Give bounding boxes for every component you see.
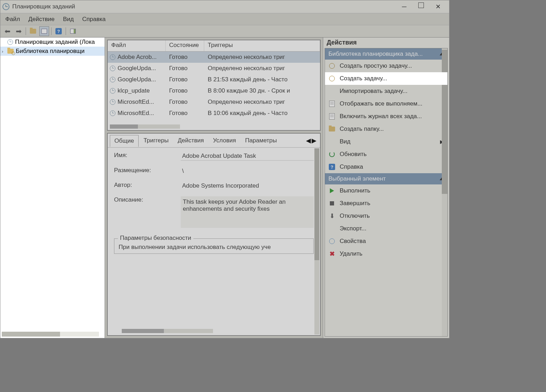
tab-actions[interactable]: Действия bbox=[173, 135, 208, 146]
tab-general[interactable]: Общие bbox=[110, 135, 139, 147]
actions-selected-header[interactable]: Выбранный элемент bbox=[325, 173, 447, 184]
close-button[interactable]: ✕ bbox=[434, 2, 442, 11]
refresh-icon bbox=[328, 151, 335, 158]
task-state: Готово bbox=[166, 65, 204, 72]
actions-selected-header-label: Выбранный элемент bbox=[328, 175, 386, 182]
task-row[interactable]: MicrosoftEd...ГотовоОпределено несколько… bbox=[108, 96, 320, 108]
minimize-button[interactable]: ─ bbox=[400, 2, 408, 11]
detail-pane: Общие Триггеры Действия Условия Параметр… bbox=[107, 133, 321, 336]
action-item[interactable]: Создать папку... bbox=[325, 123, 447, 135]
tab-triggers[interactable]: Триггеры bbox=[139, 135, 173, 146]
action-item[interactable]: Вид▶ bbox=[325, 135, 447, 148]
actions-pane-button[interactable] bbox=[68, 26, 78, 36]
maximize-button[interactable] bbox=[418, 2, 424, 8]
nav-back-button[interactable]: ⬅ bbox=[2, 26, 12, 36]
menu-help[interactable]: Справка bbox=[82, 16, 106, 23]
actions-vscrollbar[interactable] bbox=[442, 48, 447, 336]
blank-icon bbox=[328, 225, 335, 232]
detail-vscrollbar[interactable] bbox=[314, 148, 319, 334]
task-row[interactable]: GoogleUpda...ГотовоВ 21:53 каждый день -… bbox=[108, 74, 320, 85]
menu-file[interactable]: Файл bbox=[5, 16, 20, 23]
action-item[interactable]: ⬇Отключить bbox=[325, 210, 447, 222]
menu-view[interactable]: Вид bbox=[63, 16, 74, 23]
folder-icon bbox=[328, 126, 335, 133]
security-group: Параметры безопасности При выполнении за… bbox=[114, 238, 314, 254]
col-triggers-header[interactable]: Триггеры bbox=[204, 40, 320, 51]
action-item[interactable]: Отображать все выполняем... bbox=[325, 97, 447, 110]
action-item[interactable]: Выполнить bbox=[325, 184, 447, 197]
detail-hscrollbar[interactable] bbox=[122, 329, 213, 333]
task-name: MicrosoftEd... bbox=[118, 99, 154, 106]
tree-root[interactable]: Планировщик заданий (Лока bbox=[0, 38, 105, 47]
action-label: Отображать все выполняем... bbox=[340, 100, 422, 107]
action-item[interactable]: Включить журнал всех зада... bbox=[325, 110, 447, 123]
tree-root-label: Планировщик заданий (Лока bbox=[15, 39, 95, 46]
label-location: Размещение: bbox=[114, 167, 181, 175]
action-item[interactable]: Создать простую задачу... bbox=[325, 60, 447, 72]
task-name: MicrosoftEd... bbox=[118, 110, 154, 117]
task-row[interactable]: Adobe Acrob...ГотовоОпределено несколько… bbox=[108, 52, 320, 63]
action-label: Вид bbox=[340, 138, 351, 145]
help-toolbar-button[interactable]: ? bbox=[54, 26, 64, 36]
security-text: При выполнении задачи использовать следу… bbox=[119, 244, 309, 251]
action-label: Завершить bbox=[340, 200, 370, 207]
task-row[interactable]: klcp_updateГотовоВ 8:00 каждые 30 дн. - … bbox=[108, 85, 320, 96]
task-state: Готово bbox=[166, 110, 204, 117]
task-list: Файл Состояние Триггеры Adobe Acrob...Го… bbox=[107, 40, 321, 131]
titlebar: Планировщик заданий ─ ✕ bbox=[0, 0, 449, 13]
action-label: Выполнить bbox=[340, 187, 370, 194]
menu-action[interactable]: Действие bbox=[28, 16, 55, 23]
action-item[interactable]: ✖Удалить bbox=[325, 248, 447, 260]
action-label: Создать папку... bbox=[340, 126, 384, 133]
tab-settings[interactable]: Параметры bbox=[241, 135, 281, 146]
console-tree-button[interactable] bbox=[39, 26, 49, 36]
task-state: Готово bbox=[166, 76, 204, 83]
tree-hscrollbar[interactable] bbox=[2, 332, 99, 337]
tab-scroll-right-icon[interactable]: ▶ bbox=[312, 137, 317, 144]
task-state: Готово bbox=[166, 99, 204, 106]
col-file-header[interactable]: Файл bbox=[108, 40, 166, 51]
tasklist-hscrollbar[interactable] bbox=[110, 124, 180, 129]
action-label: Удалить bbox=[340, 250, 362, 257]
value-description: This task keeps your Adobe Reader an enh… bbox=[181, 196, 314, 228]
value-author: Adobe Systems Incorporated bbox=[181, 182, 314, 190]
action-item[interactable]: Создать задачу... bbox=[325, 72, 447, 85]
col-state-header[interactable]: Состояние bbox=[166, 40, 204, 51]
action-label: Импортировать задачу... bbox=[340, 88, 407, 95]
security-legend: Параметры безопасности bbox=[118, 235, 193, 242]
action-item[interactable]: Свойства bbox=[325, 235, 447, 248]
task-row[interactable]: GoogleUpda...ГотовоОпределено несколько … bbox=[108, 63, 320, 74]
nav-forward-button[interactable]: ➡ bbox=[14, 26, 24, 36]
task-row[interactable]: MicrosoftEd...ГотовоВ 10:06 каждый день … bbox=[108, 108, 320, 119]
clock-icon bbox=[110, 88, 115, 94]
tree-library[interactable]: › Библиотека планировщи bbox=[0, 47, 105, 56]
action-item[interactable]: Завершить bbox=[325, 197, 447, 210]
clock-icon bbox=[7, 39, 13, 45]
action-item[interactable]: Импортировать задачу... bbox=[325, 85, 447, 97]
play-icon bbox=[328, 187, 335, 194]
task-name: GoogleUpda... bbox=[118, 65, 156, 72]
clock-icon bbox=[110, 110, 115, 116]
clock-icon bbox=[110, 77, 115, 82]
clock-icon bbox=[328, 238, 335, 245]
action-label: Создать задачу... bbox=[340, 75, 387, 82]
label-description: Описание: bbox=[114, 196, 181, 228]
task-list-header: Файл Состояние Триггеры bbox=[108, 40, 320, 52]
page-icon bbox=[328, 113, 335, 120]
tab-conditions[interactable]: Условия bbox=[209, 135, 240, 146]
detail-tabs: Общие Триггеры Действия Условия Параметр… bbox=[108, 134, 320, 148]
folder-icon bbox=[7, 49, 14, 54]
action-label: Экспорт... bbox=[340, 225, 366, 232]
clock-icon bbox=[110, 54, 115, 60]
tab-scroll-left-icon[interactable]: ◀ bbox=[306, 137, 311, 144]
window-title: Планировщик заданий bbox=[12, 3, 75, 10]
app-clock-icon bbox=[2, 3, 9, 10]
clock-icon bbox=[110, 99, 115, 105]
action-item[interactable]: Экспорт... bbox=[325, 222, 447, 235]
action-item[interactable]: ?Справка bbox=[325, 161, 447, 173]
up-folder-button[interactable] bbox=[28, 26, 38, 36]
action-label: Создать простую задачу... bbox=[340, 62, 412, 69]
action-item[interactable]: Обновить bbox=[325, 148, 447, 161]
toolbar: ⬅ ➡ ? bbox=[0, 25, 449, 38]
actions-library-header[interactable]: Библиотека планировщика зада... bbox=[325, 48, 447, 60]
